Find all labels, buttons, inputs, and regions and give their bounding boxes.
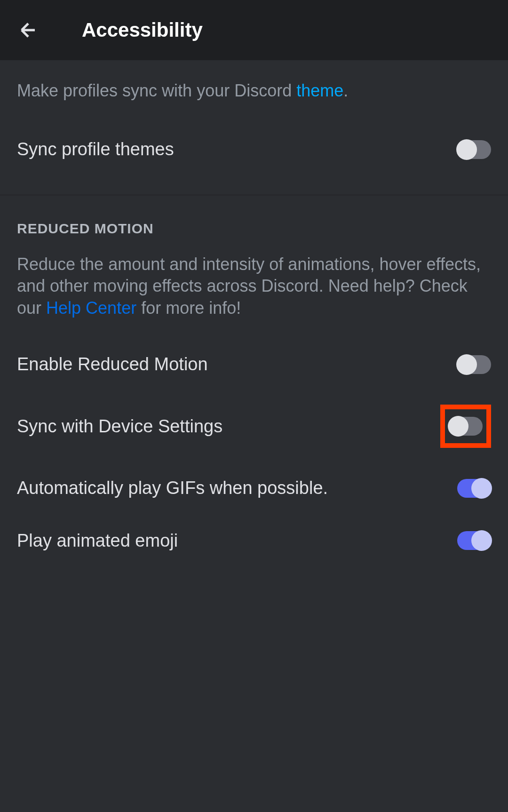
play-animated-emoji-row[interactable]: Play animated emoji: [17, 515, 491, 567]
play-animated-emoji-toggle[interactable]: [457, 531, 491, 550]
sync-profile-themes-label: Sync profile themes: [17, 137, 174, 161]
theme-link[interactable]: theme: [296, 81, 343, 100]
sync-profile-themes-toggle[interactable]: [457, 140, 491, 159]
highlight-annotation: [440, 405, 491, 448]
enable-reduced-motion-label: Enable Reduced Motion: [17, 352, 208, 376]
sync-with-device-row[interactable]: Sync with Device Settings: [17, 390, 491, 462]
desc-text-2: for more info!: [136, 298, 241, 318]
sync-profile-themes-row[interactable]: Sync profile themes: [17, 123, 491, 175]
enable-reduced-motion-row[interactable]: Enable Reduced Motion: [17, 338, 491, 390]
auto-play-gifs-label: Automatically play GIFs when possible.: [17, 476, 328, 500]
desc-suffix: .: [343, 81, 348, 100]
reduced-motion-section: REDUCED MOTION Reduce the amount and int…: [0, 195, 508, 572]
help-center-link[interactable]: Help Center: [46, 298, 136, 318]
arrow-left-icon: [17, 19, 40, 41]
page-title: Accessibility: [82, 19, 203, 41]
desc-text: Make profiles sync with your Discord: [17, 81, 296, 100]
sync-with-device-label: Sync with Device Settings: [17, 414, 222, 438]
header-bar: Accessibility: [0, 0, 508, 60]
profile-sync-section: Make profiles sync with your Discord the…: [0, 60, 508, 195]
toggle-knob: [448, 416, 468, 437]
toggle-knob: [456, 354, 477, 375]
toggle-knob: [471, 530, 492, 551]
toggle-knob: [471, 478, 492, 499]
sync-with-device-toggle[interactable]: [449, 417, 483, 436]
reduced-motion-description: Reduce the amount and intensity of anima…: [17, 254, 491, 319]
toggle-knob: [456, 139, 477, 160]
auto-play-gifs-toggle[interactable]: [457, 479, 491, 498]
play-animated-emoji-label: Play animated emoji: [17, 529, 178, 553]
reduced-motion-header: REDUCED MOTION: [17, 221, 491, 237]
auto-play-gifs-row[interactable]: Automatically play GIFs when possible.: [17, 462, 491, 514]
back-button[interactable]: [17, 19, 40, 41]
enable-reduced-motion-toggle[interactable]: [457, 355, 491, 374]
profile-sync-description: Make profiles sync with your Discord the…: [17, 79, 491, 103]
